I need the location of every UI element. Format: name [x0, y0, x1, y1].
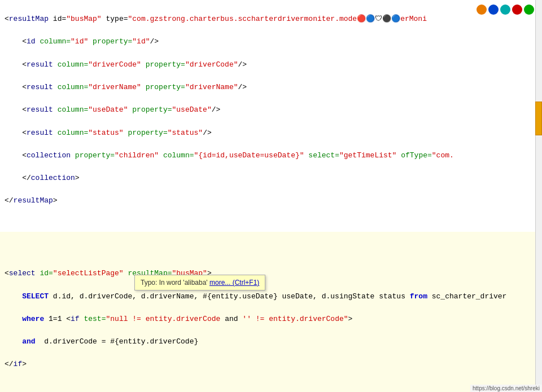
code-line: [5, 382, 542, 392]
code-line: <result column="driverName" property="dr…: [5, 82, 542, 93]
tooltip-text: Typo: In word 'alibaba': [141, 279, 208, 287]
code-line: </collection>: [5, 173, 542, 184]
code-line: SELECT d.id, d.driverCode, d.driverName,…: [5, 291, 542, 302]
code-line: </if>: [5, 359, 542, 370]
scrollbar[interactable]: [535, 0, 542, 392]
browser-icon-5: [524, 5, 534, 15]
code-line: <resultMap id="busMap" type="com.gzstron…: [5, 14, 542, 25]
select-list-section: <select id="selectListPage" resultMap="b…: [0, 232, 542, 392]
browser-icon-1: [477, 5, 487, 15]
code-line: and d.driverCode = #{entity.driverCode}: [5, 336, 542, 347]
browser-icon-3: [500, 5, 510, 15]
code-editor: <resultMap id="busMap" type="com.gzstron…: [0, 0, 542, 392]
code-line: </resultMap>: [5, 195, 542, 206]
browser-icon-4: [512, 5, 522, 15]
code-line: [5, 245, 542, 257]
tooltip-more-link[interactable]: more... (Ctrl+F1): [209, 279, 259, 287]
status-bar: https://blog.csdn.net/shreki: [470, 385, 542, 392]
code-line: <result column="useDate" property="useDa…: [5, 104, 542, 116]
code-line: <id column="id" property="id"/>: [5, 36, 542, 47]
scrollbar-thumb[interactable]: [535, 102, 542, 135]
code-line: <select id="selectListPage" resultMap="b…: [5, 268, 542, 279]
code-line: <result column="driverCode" property="dr…: [5, 59, 542, 71]
browser-icon-2: [488, 5, 499, 15]
code-line: <result column="status" property="status…: [5, 127, 542, 139]
code-line: <collection property="children" column="…: [5, 150, 542, 161]
code-line: where 1=1 <if test="null != entity.drive…: [5, 314, 542, 325]
typo-tooltip[interactable]: Typo: In word 'alibaba' more... (Ctrl+F1…: [134, 275, 265, 290]
browser-icons: [477, 5, 534, 15]
result-map-section: <resultMap id="busMap" type="com.gzstron…: [0, 0, 542, 232]
